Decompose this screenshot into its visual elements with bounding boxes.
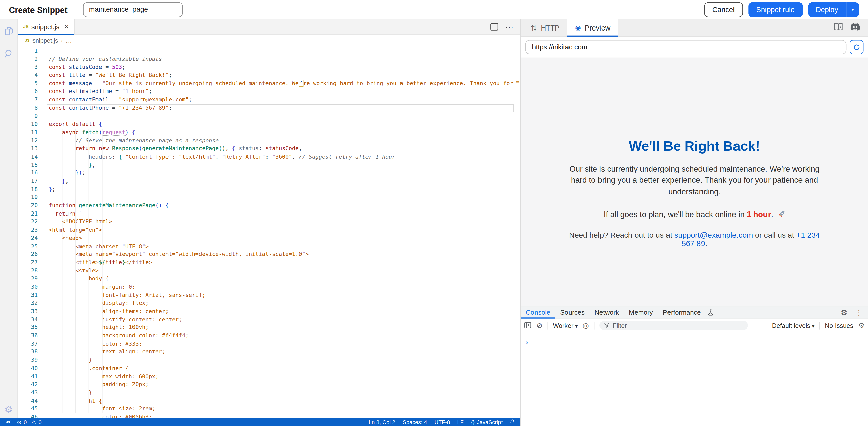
- problems-summary[interactable]: ⊗ 0 ⚠ 0: [17, 419, 41, 425]
- breadcrumb-file[interactable]: snippet.js: [32, 37, 58, 44]
- refresh-button[interactable]: [849, 40, 864, 54]
- settings-gear-icon[interactable]: ⚙: [4, 405, 13, 415]
- code-area[interactable]: 12// Define your customizable inputs3con…: [18, 46, 520, 418]
- code-line-4[interactable]: 4const title = "We'll Be Right Back!";: [18, 72, 520, 80]
- code-line-44[interactable]: 44 h1 {: [18, 397, 520, 405]
- code-line-22[interactable]: 22 <!DOCTYPE html>: [18, 218, 520, 226]
- console-sidebar-toggle-icon[interactable]: [524, 320, 531, 331]
- code-line-29[interactable]: 29 body {: [18, 275, 520, 283]
- tab-http[interactable]: ⇅ HTTP: [523, 20, 567, 36]
- code-line-37[interactable]: 37 color: #333;: [18, 340, 520, 348]
- tab-preview[interactable]: ◉ Preview: [567, 20, 618, 36]
- close-icon[interactable]: ×: [64, 23, 69, 31]
- remote-indicator-icon[interactable]: ><: [5, 420, 10, 425]
- split-editor-icon[interactable]: [490, 23, 498, 30]
- code-line-26[interactable]: 26 <meta name="viewport" content="width=…: [18, 251, 520, 259]
- console-prompt[interactable]: ›: [526, 339, 528, 346]
- code-line-27[interactable]: 27 <title>${title}</title>: [18, 259, 520, 267]
- devtools-settings-gear-icon[interactable]: ⚙: [841, 309, 847, 316]
- code-line-11[interactable]: 11 async fetch(request) {: [18, 129, 520, 137]
- code-line-2[interactable]: 2// Define your customizable inputs: [18, 55, 520, 63]
- code-line-16[interactable]: 16 });: [18, 169, 520, 177]
- breadcrumb[interactable]: JS snippet.js › …: [18, 35, 520, 46]
- statusbar-item[interactable]: Spaces: 4: [403, 419, 427, 425]
- code-line-9[interactable]: 9: [18, 112, 520, 120]
- code-line-25[interactable]: 25 <meta charset="UTF-8">: [18, 242, 520, 250]
- create-live-expression-icon[interactable]: ◎: [583, 322, 589, 329]
- code-line-31[interactable]: 31 font-family: Arial, sans-serif;: [18, 291, 520, 299]
- line-text: return `: [46, 210, 514, 218]
- code-line-46[interactable]: 46 color: #0056b3;: [18, 413, 520, 418]
- code-line-34[interactable]: 34 justify-content: center;: [18, 316, 520, 324]
- code-line-10[interactable]: 10export default {: [18, 120, 520, 128]
- url-input[interactable]: [525, 40, 846, 54]
- console-settings-gear-icon[interactable]: ⚙: [858, 322, 865, 329]
- snippet-name-input[interactable]: [83, 2, 183, 17]
- code-line-15[interactable]: 15 },: [18, 161, 520, 169]
- statusbar-item[interactable]: UTF-8: [434, 419, 450, 425]
- code-line-24[interactable]: 24 <head>: [18, 234, 520, 242]
- console-filter-input[interactable]: Filter: [599, 321, 748, 330]
- issues-counter[interactable]: No Issues: [825, 322, 853, 329]
- code-line-13[interactable]: 13 return new Response(generateMaintenan…: [18, 145, 520, 153]
- tab-snippet-js[interactable]: JS snippet.js ×: [18, 20, 75, 34]
- deploy-button[interactable]: Deploy: [808, 2, 846, 17]
- code-line-21[interactable]: 21 return `: [18, 210, 520, 218]
- code-line-6[interactable]: 6const estimatedTime = "1 hour";: [18, 88, 520, 96]
- log-levels-dropdown[interactable]: Default levels ▾: [772, 322, 815, 329]
- discord-icon[interactable]: [850, 23, 861, 33]
- statusbar-item[interactable]: Ln 8, Col 2: [369, 419, 395, 425]
- devtools-tab-performance[interactable]: Performance: [658, 306, 706, 318]
- code-line-12[interactable]: 12 // Serve the maintenance page as a re…: [18, 137, 520, 145]
- line-text: const contactPhone = "+1 234 567 89";: [46, 104, 514, 112]
- overview-ruler[interactable]: [514, 46, 520, 418]
- deploy-dropdown-button[interactable]: ▾: [846, 2, 859, 17]
- code-line-32[interactable]: 32 display: flex;: [18, 299, 520, 307]
- code-line-18[interactable]: 18};: [18, 186, 520, 194]
- code-line-41[interactable]: 41 max-width: 600px;: [18, 373, 520, 380]
- context-selector[interactable]: Worker ▾: [553, 322, 578, 329]
- code-line-28[interactable]: 28 <style>: [18, 267, 520, 275]
- devtools-menu-kebab-icon[interactable]: ⋮: [855, 309, 863, 316]
- clear-console-icon[interactable]: ⊘: [536, 322, 542, 329]
- devtools-tab-console[interactable]: Console: [521, 306, 555, 318]
- code-line-19[interactable]: 19: [18, 194, 520, 202]
- code-line-14[interactable]: 14 headers: { "Content-Type": "text/html…: [18, 153, 520, 161]
- code-line-3[interactable]: 3const statusCode = 503;: [18, 63, 520, 71]
- breadcrumb-symbol[interactable]: …: [66, 37, 72, 44]
- code-line-33[interactable]: 33 align-items: center;: [18, 308, 520, 316]
- code-line-35[interactable]: 35 height: 100vh;: [18, 324, 520, 332]
- deploy-split-button[interactable]: Deploy ▾: [808, 2, 859, 17]
- more-actions-icon[interactable]: ···: [505, 23, 514, 31]
- docs-book-icon[interactable]: [834, 23, 843, 33]
- cancel-button[interactable]: Cancel: [704, 2, 743, 17]
- notifications-bell-icon[interactable]: [510, 419, 515, 426]
- statusbar-item[interactable]: LF: [457, 419, 464, 425]
- code-line-20[interactable]: 20function generateMaintenancePage() {: [18, 202, 520, 210]
- code-line-36[interactable]: 36 background-color: #f4f4f4;: [18, 332, 520, 340]
- code-line-38[interactable]: 38 text-align: center;: [18, 348, 520, 356]
- code-line-30[interactable]: 30 margin: 0;: [18, 283, 520, 291]
- code-line-7[interactable]: 7const contactEmail = "support@example.c…: [18, 96, 520, 104]
- performance-flask-icon[interactable]: [706, 306, 715, 318]
- devtools-tab-network[interactable]: Network: [590, 306, 624, 318]
- code-line-42[interactable]: 42 padding: 20px;: [18, 380, 520, 389]
- devtools-tab-memory[interactable]: Memory: [624, 306, 658, 318]
- code-line-45[interactable]: 45 font-size: 2rem;: [18, 405, 520, 413]
- language-indicator[interactable]: {} JavaScript: [471, 419, 502, 425]
- indent-guide: [75, 129, 76, 414]
- code-line-43[interactable]: 43 }: [18, 389, 520, 397]
- files-icon[interactable]: [3, 25, 14, 39]
- console-output[interactable]: ›: [521, 333, 868, 347]
- code-line-39[interactable]: 39 }: [18, 356, 520, 364]
- support-email-link[interactable]: support@example.com: [674, 231, 753, 239]
- code-line-1[interactable]: 1: [18, 47, 520, 55]
- code-line-8[interactable]: 8const contactPhone = "+1 234 567 89";: [18, 104, 520, 112]
- code-line-40[interactable]: 40 .container {: [18, 365, 520, 373]
- code-line-5[interactable]: 5const message = "Our site is currently …: [18, 80, 520, 88]
- code-line-17[interactable]: 17 },: [18, 177, 520, 185]
- devtools-tab-sources[interactable]: Sources: [555, 306, 589, 318]
- code-line-23[interactable]: 23<html lang="en">: [18, 226, 520, 234]
- search-icon[interactable]: [3, 48, 14, 61]
- snippet-rule-button[interactable]: Snippet rule: [749, 2, 803, 17]
